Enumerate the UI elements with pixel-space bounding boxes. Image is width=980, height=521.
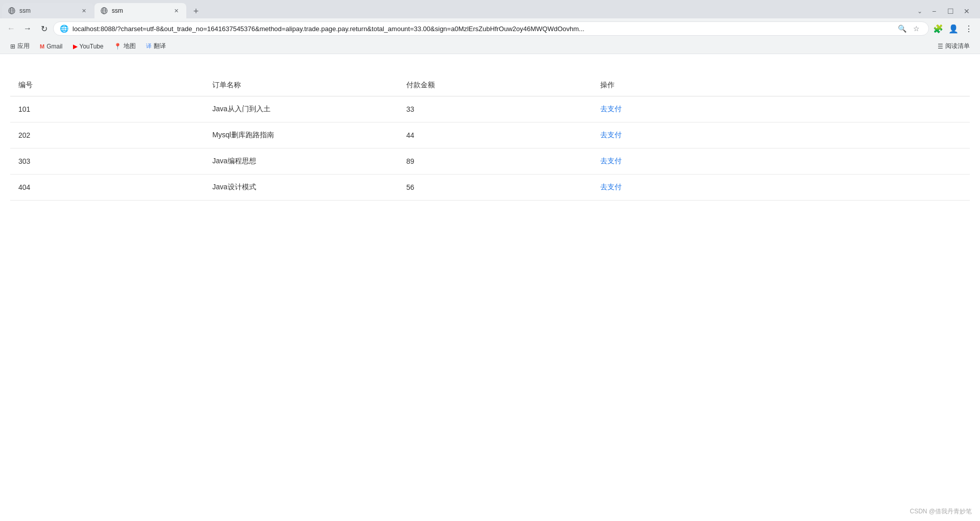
bookmark-gmail[interactable]: M Gmail	[36, 41, 67, 52]
menu-button[interactable]: ⋮	[962, 21, 976, 36]
tab-2[interactable]: ssm ✕	[94, 3, 186, 18]
row1-amount: 33	[398, 96, 592, 122]
bookmarks-bar: ⊞ 应用 M Gmail ▶ YouTube 📍 地图 译 翻译 ☰ 阅读清单	[0, 39, 980, 54]
youtube-icon: ▶	[73, 43, 78, 50]
address-text: localhost:8088/?charset=utf-8&out_trade_…	[72, 25, 892, 33]
table-body: 101 Java从入门到入土 33 去支付 202 Mysql删库跑路指南 44…	[10, 96, 970, 201]
new-tab-button[interactable]: +	[189, 4, 203, 18]
reload-button[interactable]: ↻	[37, 21, 51, 36]
tab-1-title: ssm	[19, 7, 76, 14]
row3-action: 去支付	[592, 148, 970, 175]
row4-id: 404	[10, 175, 204, 201]
address-bar[interactable]: 🌐 localhost:8088/?charset=utf-8&out_trad…	[53, 21, 929, 36]
row2-pay-link[interactable]: 去支付	[600, 131, 622, 139]
close-button[interactable]: ✕	[960, 4, 974, 18]
minimize-button[interactable]: −	[927, 4, 941, 18]
bookmark-youtube-label: YouTube	[80, 43, 104, 50]
bookmark-translate[interactable]: 译 翻译	[142, 41, 170, 52]
bookmark-star-icon[interactable]: ☆	[910, 22, 922, 35]
tab-list-button[interactable]: ⌄	[913, 4, 927, 18]
address-bar-actions: 🔍 ☆	[896, 22, 922, 35]
table-row: 202 Mysql删库跑路指南 44 去支付	[10, 122, 970, 148]
tab-2-title: ssm	[112, 7, 168, 14]
window-controls: − ☐ ✕	[927, 4, 978, 18]
bookmark-apps-label: 应用	[17, 42, 30, 51]
table-header: 编号 订单名称 付款金额 操作	[10, 75, 970, 96]
maps-icon: 📍	[114, 43, 121, 50]
row2-id: 202	[10, 122, 204, 148]
col-header-id: 编号	[10, 75, 204, 96]
extensions-button[interactable]: 🧩	[931, 21, 945, 36]
row4-amount: 56	[398, 175, 592, 201]
row2-amount: 44	[398, 122, 592, 148]
tab-1-favicon	[8, 7, 15, 14]
reading-list-label: 阅读清单	[945, 42, 970, 51]
row3-pay-link[interactable]: 去支付	[600, 157, 622, 165]
restore-button[interactable]: ☐	[943, 4, 958, 18]
row1-id: 101	[10, 96, 204, 122]
row4-action: 去支付	[592, 175, 970, 201]
row3-amount: 89	[398, 148, 592, 175]
bookmark-gmail-label: Gmail	[46, 43, 62, 50]
toolbar-right: 🧩 👤 ⋮	[931, 21, 976, 36]
orders-table: 编号 订单名称 付款金额 操作 101 Java从入门到入土 33 去支付 20…	[10, 75, 970, 201]
col-header-action: 操作	[592, 75, 970, 96]
translate-icon: 译	[146, 42, 152, 50]
row3-id: 303	[10, 148, 204, 175]
bookmark-apps[interactable]: ⊞ 应用	[6, 41, 34, 52]
profile-button[interactable]: 👤	[946, 21, 961, 36]
row4-pay-link[interactable]: 去支付	[600, 183, 622, 191]
search-icon[interactable]: 🔍	[896, 22, 908, 35]
table-row: 303 Java编程思想 89 去支付	[10, 148, 970, 175]
bookmark-translate-label: 翻译	[154, 42, 166, 51]
lock-icon: 🌐	[60, 24, 68, 33]
bookmark-youtube[interactable]: ▶ YouTube	[69, 41, 108, 52]
tab-bar-right: ⌄ − ☐ ✕	[913, 4, 978, 18]
table-row: 404 Java设计模式 56 去支付	[10, 175, 970, 201]
tab-2-close[interactable]: ✕	[172, 7, 180, 15]
row1-pay-link[interactable]: 去支付	[600, 105, 622, 113]
bookmark-maps[interactable]: 📍 地图	[110, 41, 140, 52]
tab-bar: ssm ✕ ssm ✕ + ⌄ − ☐ ✕	[0, 0, 980, 18]
bookmark-maps-label: 地图	[124, 42, 136, 51]
address-bar-row: ← → ↻ 🌐 localhost:8088/?charset=utf-8&ou…	[0, 18, 980, 39]
row2-name: Mysql删库跑路指南	[204, 122, 398, 148]
page-content: 编号 订单名称 付款金额 操作 101 Java从入门到入土 33 去支付 20…	[0, 54, 980, 211]
gmail-icon: M	[40, 43, 44, 49]
table-row: 101 Java从入门到入土 33 去支付	[10, 96, 970, 122]
header-row: 编号 订单名称 付款金额 操作	[10, 75, 970, 96]
tab-2-favicon	[101, 7, 108, 14]
tab-1-close[interactable]: ✕	[80, 7, 88, 15]
back-button[interactable]: ←	[4, 21, 18, 36]
apps-icon: ⊞	[10, 43, 15, 50]
reading-list-button[interactable]: ☰ 阅读清单	[934, 41, 974, 52]
reading-list-icon: ☰	[938, 43, 943, 50]
col-header-name: 订单名称	[204, 75, 398, 96]
row3-name: Java编程思想	[204, 148, 398, 175]
row4-name: Java设计模式	[204, 175, 398, 201]
row1-name: Java从入门到入土	[204, 96, 398, 122]
row1-action: 去支付	[592, 96, 970, 122]
col-header-amount: 付款金额	[398, 75, 592, 96]
forward-button[interactable]: →	[20, 21, 35, 36]
browser-chrome: ssm ✕ ssm ✕ + ⌄ − ☐ ✕ ← → ↻	[0, 0, 980, 54]
row2-action: 去支付	[592, 122, 970, 148]
tab-1[interactable]: ssm ✕	[2, 3, 94, 18]
